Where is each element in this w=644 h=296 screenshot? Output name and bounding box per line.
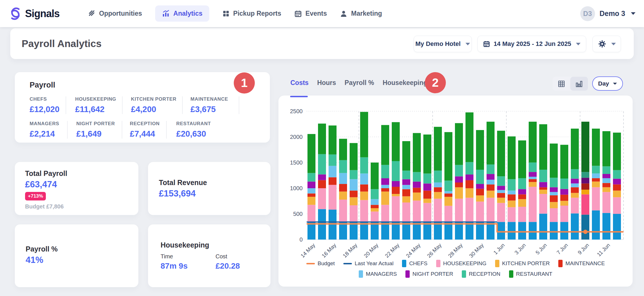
svg-text:500: 500 — [293, 211, 303, 217]
tab-payroll-[interactable]: Payroll % — [344, 79, 374, 87]
bar-9-jun[interactable] — [581, 122, 589, 240]
legend-item-last-year-actual[interactable]: Last Year Actual — [343, 260, 393, 267]
brand-logo[interactable]: Signals — [9, 7, 60, 21]
legend-item-kitchen-porter[interactable]: KITCHEN PORTER — [495, 260, 550, 267]
legend-label: KITCHEN PORTER — [502, 260, 550, 267]
card-title: Total Payroll — [25, 169, 138, 178]
table-view-button[interactable] — [553, 77, 570, 91]
chevron-down-icon — [465, 43, 470, 45]
stat-value: £3,675 — [190, 105, 239, 114]
bar-26-may[interactable] — [434, 127, 442, 240]
legend-item-reception[interactable]: RECEPTION — [462, 270, 501, 278]
legend-label: MANAGERS — [366, 271, 397, 277]
svg-text:28 May: 28 May — [447, 242, 464, 259]
legend-swatch — [402, 260, 406, 267]
legend-item-restaurant[interactable]: RESTAURANT — [509, 270, 552, 278]
legend-label: HOUSEKEEPING — [443, 260, 487, 267]
chevron-down-icon — [631, 12, 635, 15]
chart-tabs: CostsHoursPayroll %Housekeeping — [290, 79, 427, 87]
chart-view-button[interactable] — [570, 77, 588, 91]
bar-30-may[interactable] — [476, 130, 484, 240]
stacked-bar-chart[interactable]: 0500100015002000250014 May16 May18 May20… — [278, 96, 633, 287]
bar-23-may[interactable] — [402, 141, 410, 240]
payroll-stat-maintenance: MAINTENANCE£3,675 — [182, 96, 239, 114]
bar-20-may[interactable] — [371, 163, 379, 240]
svg-text:9 Jun: 9 Jun — [577, 242, 590, 256]
stat-label: HOUSEKEEPING — [75, 96, 122, 102]
bar-19-may[interactable] — [360, 112, 368, 240]
bar-1-jun[interactable] — [497, 131, 505, 240]
svg-text:24 May: 24 May — [405, 242, 422, 259]
interval-dropdown[interactable]: Day — [592, 76, 623, 91]
bar-2-jun[interactable] — [508, 136, 516, 240]
nav-item-events[interactable]: Events — [294, 10, 327, 17]
bar-11-jun[interactable] — [602, 131, 610, 240]
bar-8-jun[interactable] — [571, 129, 579, 240]
legend-item-housekeeping[interactable]: HOUSEKEEPING — [436, 260, 487, 267]
bar-29-may[interactable] — [465, 112, 473, 240]
legend-swatch — [359, 270, 363, 278]
table-view-icon — [558, 80, 565, 88]
svg-text:11 Jun: 11 Jun — [596, 242, 611, 258]
legend-item-chefs[interactable]: CHEFS — [402, 260, 427, 267]
chart-icon — [162, 10, 170, 17]
housekeeping-card: Housekeeping Time 87m 9s Cost £20.28 — [148, 224, 270, 287]
svg-text:0: 0 — [300, 236, 303, 243]
hotel-selector[interactable]: My Demo Hotel — [414, 36, 472, 52]
settings-button[interactable] — [592, 36, 621, 52]
stat-value: £2,214 — [30, 129, 67, 139]
card-title: Housekeeping — [161, 241, 270, 249]
payroll-stat-restaurant: RESTAURANT£20,630 — [167, 121, 222, 139]
payroll-stat-chefs: CHEFS£12,020 — [30, 96, 66, 114]
nav-item-marketing[interactable]: Marketing — [340, 10, 382, 17]
payroll-percent-card: Payroll % 41% — [15, 224, 138, 287]
bar-12-jun[interactable] — [613, 133, 621, 240]
legend-label: RECEPTION — [469, 271, 501, 277]
active-tab-underline — [290, 96, 308, 97]
legend-item-maintenance[interactable]: MAINTENANCE — [558, 260, 605, 267]
stat-label: RECEPTION — [130, 121, 166, 127]
signals-logo-icon — [9, 7, 22, 21]
tab-costs[interactable]: Costs — [290, 79, 309, 87]
legend-item-budget[interactable]: Budget — [306, 260, 335, 267]
stat-value: £1,649 — [76, 129, 122, 139]
stat-label: MAINTENANCE — [190, 96, 239, 102]
svg-text:30 May: 30 May — [468, 242, 485, 259]
bar-10-jun[interactable] — [592, 129, 600, 240]
bar-18-may[interactable] — [350, 143, 358, 240]
stat-value: £12,020 — [30, 105, 66, 114]
bar-5-jun[interactable] — [539, 124, 547, 240]
stat-value: £4,200 — [131, 105, 182, 114]
nav-item-opportunities[interactable]: Opportunities — [88, 10, 142, 17]
date-range-picker[interactable]: 14 May 2025 - 12 Jun 2025 — [477, 36, 586, 52]
legend-item-managers[interactable]: MANAGERS — [359, 270, 397, 278]
chevron-down-icon — [576, 43, 581, 45]
time-label: Time — [161, 253, 216, 260]
tab-hours[interactable]: Hours — [317, 79, 336, 87]
date-range-label: 14 May 2025 - 12 Jun 2025 — [494, 40, 571, 48]
change-badge: +713% — [25, 192, 46, 200]
legend-swatch — [558, 260, 563, 267]
stat-label: KITCHEN PORTER — [131, 96, 182, 102]
bar-4-jun[interactable] — [529, 122, 537, 240]
nav-label: Pickup Reports — [233, 10, 281, 17]
bar-7-jun[interactable] — [560, 145, 568, 240]
stat-label: RESTAURANT — [176, 121, 222, 127]
avatar: D3 — [580, 6, 595, 21]
nav-item-pickup-reports[interactable]: Pickup Reports — [222, 10, 281, 17]
svg-text:1 Jun: 1 Jun — [492, 242, 506, 256]
payroll-summary-card: Payroll CHEFS£12,020HOUSEKEEPING£11,642K… — [15, 72, 270, 143]
account-menu[interactable]: D3 Demo 3 — [580, 6, 635, 21]
legend-label: CHEFS — [409, 260, 427, 267]
page-header: Payroll Analytics My Demo Hotel 14 May 2… — [10, 28, 634, 59]
svg-text:16 May: 16 May — [321, 242, 337, 259]
tab-housekeeping[interactable]: Housekeeping — [383, 79, 427, 87]
bar-3-jun[interactable] — [518, 140, 526, 240]
total-payroll-card: Total Payroll £63,474 +713% Budget £7,80… — [15, 162, 138, 215]
bar-6-jun[interactable] — [550, 143, 558, 240]
legend-item-night-porter[interactable]: NIGHT PORTER — [405, 270, 453, 278]
legend-swatch — [495, 260, 499, 267]
nav-label: Marketing — [351, 10, 382, 17]
nav-item-analytics[interactable]: Analytics — [155, 5, 209, 22]
legend-label: NIGHT PORTER — [413, 271, 453, 277]
